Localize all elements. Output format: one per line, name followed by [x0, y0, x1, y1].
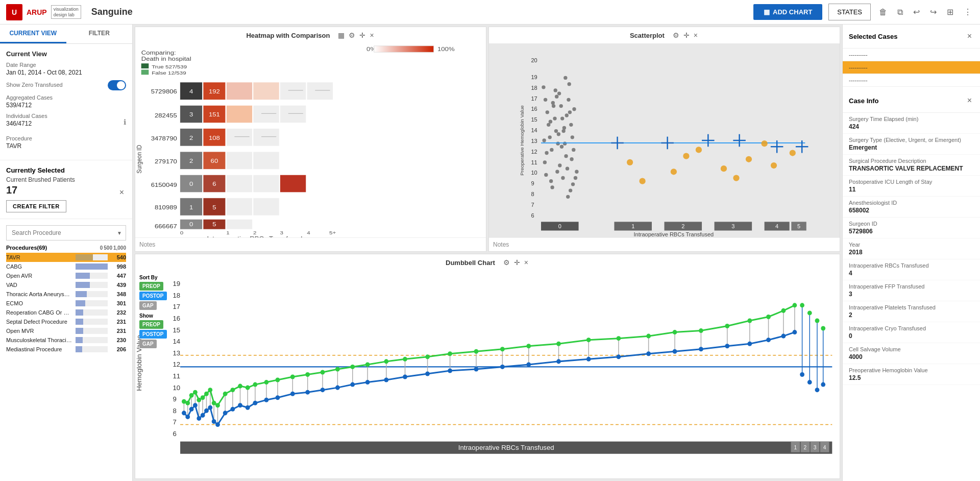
scatterplot-notes[interactable]: Notes: [489, 237, 840, 251]
svg-text:810989: 810989: [155, 204, 177, 211]
heatmap-data-icon[interactable]: ▦: [337, 30, 346, 40]
tab-filter[interactable]: FILTER: [66, 25, 133, 43]
sort-preop-button[interactable]: PREOP: [139, 282, 163, 291]
svg-text:0: 0: [558, 223, 561, 229]
scatterplot-settings-icon[interactable]: ⚙: [672, 30, 680, 40]
svg-rect-1: [374, 46, 434, 52]
procedures-scale: 0 500 1,000: [100, 245, 126, 251]
svg-point-113: [543, 160, 547, 164]
brushed-label: Current Brushed Patients: [6, 176, 126, 183]
tab-current-view[interactable]: CURRENT VIEW: [0, 25, 66, 43]
individual-info-icon[interactable]: ℹ: [124, 118, 126, 126]
list-item[interactable]: VAD 439: [6, 280, 126, 290]
list-item[interactable]: TAVR 540: [6, 253, 126, 262]
svg-text:13: 13: [531, 138, 537, 144]
svg-text:16: 16: [531, 106, 537, 112]
heatmap-close-icon[interactable]: ×: [369, 30, 375, 40]
svg-text:Preoperative Hemoglobin Value: Preoperative Hemoglobin Value: [519, 105, 525, 176]
list-item[interactable]: Open AVR 447: [6, 271, 126, 280]
svg-rect-21: [253, 82, 279, 100]
procedure-count: 348: [111, 291, 126, 297]
procedure-bar-wrap: [76, 319, 108, 325]
dumbbell-move-icon[interactable]: ✛: [513, 257, 521, 268]
selected-case-item[interactable]: ----------: [843, 74, 980, 87]
svg-point-129: [555, 170, 559, 174]
procedure-count: 998: [111, 263, 126, 270]
svg-text:5: 5: [212, 221, 216, 228]
add-chart-button[interactable]: ▦ ADD CHART: [753, 4, 822, 20]
show-gap-button[interactable]: GAP: [139, 340, 157, 348]
procedure-count: 447: [111, 273, 126, 279]
states-button[interactable]: STATES: [828, 4, 871, 20]
dumbbell-panel: Dumbbell Chart ⚙ ✛ × Sort By PREOP POSTO…: [135, 254, 840, 479]
svg-text:60: 60: [211, 158, 218, 164]
svg-text:11: 11: [531, 159, 537, 165]
heatmap-notes[interactable]: Notes: [135, 237, 486, 251]
svg-point-91: [544, 98, 547, 102]
svg-point-144: [746, 156, 752, 162]
case-info-close-icon[interactable]: ×: [965, 94, 974, 107]
svg-point-329: [821, 382, 825, 387]
procedure-name: VAD: [6, 282, 72, 288]
procedures-count-label: Procedures(69): [6, 245, 47, 251]
create-filter-button[interactable]: CREATE FILTER: [6, 200, 66, 212]
copy-icon[interactable]: ⧉: [895, 6, 905, 19]
list-item[interactable]: CABG 998: [6, 262, 126, 271]
list-item[interactable]: Thoracic Aorta Aneurysm Pro... 348: [6, 290, 126, 299]
case-info-label: Intraoperative FFP Transfused: [849, 283, 974, 290]
more-icon[interactable]: ⋮: [962, 5, 974, 19]
case-info-label: Anesthesiologist ID: [849, 200, 974, 206]
svg-text:True 527/539: True 527/539: [152, 64, 187, 69]
svg-text:0: 0: [180, 230, 184, 235]
dumbbell-settings-icon[interactable]: ⚙: [502, 257, 511, 268]
scatterplot-close-icon[interactable]: ×: [693, 30, 699, 40]
scatterplot-controls: ⚙ ✛ ×: [672, 30, 699, 40]
selected-case-item[interactable]: ----------: [843, 49, 980, 61]
list-item[interactable]: ECMO 301: [6, 299, 126, 308]
show-postop-button[interactable]: POSTOP: [139, 330, 167, 339]
list-item[interactable]: Septal Defect Procedure 231: [6, 317, 126, 326]
svg-text:2: 2: [253, 230, 257, 235]
redo-icon[interactable]: ↪: [928, 5, 939, 19]
svg-point-93: [547, 123, 550, 127]
svg-text:2: 2: [189, 135, 193, 141]
svg-point-104: [563, 141, 567, 145]
case-info-row: Surgery Time Elapsed (min) 424: [843, 113, 980, 134]
clear-brushed-button[interactable]: ×: [117, 186, 126, 199]
svg-text:2: 2: [681, 223, 684, 229]
list-item[interactable]: Reoperation CABG Or Valve Pr... 232: [6, 308, 126, 317]
svg-point-108: [568, 110, 572, 114]
heatmap-panel: Heatmap with Comparison ▦ ⚙ ✛ × 0%: [135, 27, 486, 252]
svg-rect-61: [253, 198, 279, 215]
list-item[interactable]: Mediastinal Procedure 206: [6, 345, 126, 354]
current-view-section: Current View Date Range Jan 01, 2014 - O…: [0, 44, 132, 160]
heatmap-settings-icon[interactable]: ⚙: [348, 30, 356, 40]
sort-postop-button[interactable]: POSTOP: [139, 292, 167, 300]
svg-rect-47: [226, 152, 252, 169]
show-preop-button[interactable]: PREOP: [139, 320, 163, 329]
show-zero-toggle[interactable]: [108, 80, 126, 90]
procedure-bar-wrap: [76, 328, 108, 334]
procedure-count: 230: [111, 337, 126, 343]
svg-point-98: [554, 129, 558, 133]
procedure-list: TAVR 540 CABG 998 Open AVR 447 VAD 439 T…: [6, 253, 126, 354]
svg-text:16: 16: [173, 315, 180, 322]
svg-point-121: [568, 82, 571, 86]
undo-icon[interactable]: ↩: [911, 5, 922, 19]
aggregated-label: Aggregated Cases: [6, 94, 126, 101]
svg-text:1: 1: [226, 230, 230, 235]
heatmap-svg: 0% 100% Comparing: Death in hospital Tru…: [135, 43, 486, 237]
layout-icon[interactable]: ⊞: [945, 5, 955, 19]
heatmap-move-icon[interactable]: ✛: [358, 30, 366, 40]
dumbbell-close-icon[interactable]: ×: [523, 257, 529, 268]
selected-case-item[interactable]: ----------: [843, 61, 980, 74]
delete-icon[interactable]: 🗑: [877, 6, 889, 19]
procedure-count: 540: [111, 254, 126, 260]
list-item[interactable]: Musculoskeletal Thoracic Pro... 230: [6, 335, 126, 345]
right-panel-close-icon[interactable]: ×: [965, 30, 974, 43]
search-procedure-input[interactable]: [6, 225, 126, 240]
sort-gap-button[interactable]: GAP: [139, 301, 157, 310]
scatterplot-move-icon[interactable]: ✛: [682, 30, 691, 40]
svg-text:192: 192: [209, 88, 220, 95]
list-item[interactable]: Open MVR 231: [6, 326, 126, 335]
